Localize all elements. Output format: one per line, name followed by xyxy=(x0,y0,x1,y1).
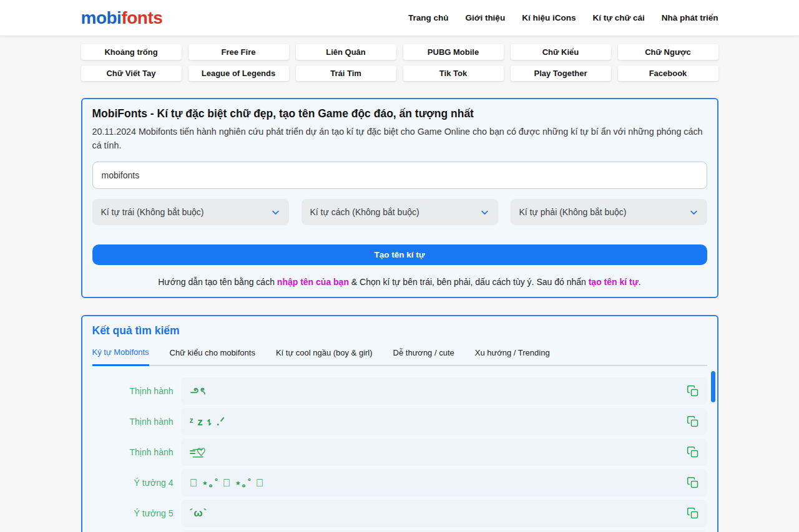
result-row-box[interactable]: ᶻ z 𐰁 .ᐟ xyxy=(181,408,707,435)
result-row-label: Thịnh hành xyxy=(92,447,181,457)
special-characters: =͟͟͞♡ xyxy=(190,446,686,459)
result-row-box[interactable]: ౨ৎ xyxy=(181,377,707,405)
results-list: Thịnh hành ౨ৎ Thịnh hành ᶻ z 𐰁 .ᐟ xyxy=(92,377,707,532)
search-results-panel: Kết quả tìm kiếm Ký tự Mobifonts Chữ kiể… xyxy=(81,315,718,532)
character-dropdowns: Kí tự trái (Không bắt buộc) Kí tự cách (… xyxy=(92,199,707,225)
tab-cool-ngau[interactable]: Kí tự cool ngầu (boy & girl) xyxy=(276,348,373,365)
result-row: Ý tưởng 5 ´ω` xyxy=(92,500,707,527)
result-row-label: Thịnh hành xyxy=(92,386,181,396)
result-row-box[interactable]: ´ω` xyxy=(181,500,707,527)
create-name-button[interactable]: Tạo tên kí tự xyxy=(92,244,707,265)
name-input[interactable] xyxy=(92,162,707,189)
result-row-label: Ý tưởng 5 xyxy=(92,508,181,518)
chevron-down-icon xyxy=(271,208,280,217)
left-character-dropdown[interactable]: Kí tự trái (Không bắt buộc) xyxy=(92,199,289,225)
tag-chu-nguoc[interactable]: Chữ Ngược xyxy=(618,44,718,60)
nav-item-about[interactable]: Giới thiệu xyxy=(466,13,506,22)
name-creator-panel: MobiFonts - Kí tự đặc biệt chữ đẹp, tạo … xyxy=(81,98,718,298)
tag-league-of-legends[interactable]: League of Legends xyxy=(189,65,289,81)
left-character-dropdown-label: Kí tự trái (Không bắt buộc) xyxy=(101,207,204,217)
tag-play-together[interactable]: Play Together xyxy=(511,65,611,81)
result-row: Thịnh hành =͟͟͞♡ xyxy=(92,438,707,466)
nav-item-home[interactable]: Trang chủ xyxy=(408,13,449,22)
instruction-text: Hướng dẫn tạo tên bằng cách nhập tên của… xyxy=(92,277,707,287)
result-row: Thịnh hành ౨ৎ xyxy=(92,377,707,405)
right-character-dropdown[interactable]: Kí tự phải (Không bắt buộc) xyxy=(511,199,707,225)
instruction-highlight-create-name: tạo tên kí tự xyxy=(589,277,639,287)
tab-xu-huong[interactable]: Xu hướng / Trending xyxy=(475,348,550,365)
category-tags: Khoảng trống Free Fire Liên Quân PUBG Mo… xyxy=(81,44,718,81)
tag-chu-kieu[interactable]: Chữ Kiểu xyxy=(511,44,611,60)
top-header: mobifonts Trang chủ Giới thiệu Kí hiệu i… xyxy=(0,0,799,36)
tag-pubg-mobile[interactable]: PUBG Mobile xyxy=(403,44,504,60)
space-character-dropdown[interactable]: Kí tự cách (Không bắt buộc) xyxy=(301,199,498,225)
special-characters: ౨ৎ xyxy=(190,385,686,397)
special-characters: 𓇼 ⋆｡˚ 𓆝 ⋆｡˚ 𓇼 xyxy=(190,476,686,490)
space-character-dropdown-label: Kí tự cách (Không bắt buộc) xyxy=(310,207,419,217)
chevron-down-icon xyxy=(480,208,489,217)
site-logo[interactable]: mobifonts xyxy=(81,9,163,27)
logo-part-red: fonts xyxy=(121,8,162,27)
result-row-label: Thịnh hành xyxy=(92,417,181,427)
intro-description: 20.11.2024 Mobifonts tiến hành nghiên cứ… xyxy=(92,125,707,152)
main-nav: Trang chủ Giới thiệu Kí hiệu iCons Kí tự… xyxy=(408,13,718,22)
instruction-part1: Hướng dẫn tạo tên bằng cách xyxy=(158,277,277,287)
chevron-down-icon xyxy=(689,208,699,217)
copy-icon[interactable] xyxy=(686,476,700,490)
special-characters: ´ω` xyxy=(190,507,686,520)
tag-tik-tok[interactable]: Tik Tok xyxy=(403,65,504,81)
copy-icon[interactable] xyxy=(686,445,700,459)
page-title: MobiFonts - Kí tự đặc biệt chữ đẹp, tạo … xyxy=(92,107,707,120)
logo-part-blue: mobi xyxy=(81,8,122,27)
nav-item-developer[interactable]: Nhà phát triển xyxy=(662,13,718,22)
instruction-part3: . xyxy=(639,277,641,287)
tab-ky-tu-mobifonts[interactable]: Ký tự Mobifonts xyxy=(92,347,149,366)
result-row-box[interactable]: 𓇼 ⋆｡˚ 𓆝 ⋆｡˚ 𓇼 xyxy=(181,469,707,496)
nav-item-letters[interactable]: Kí tự chữ cái xyxy=(592,13,644,22)
tag-facebook[interactable]: Facebook xyxy=(618,65,718,81)
tab-chu-kieu[interactable]: Chữ kiểu cho mobifonts xyxy=(170,348,255,365)
result-row-box[interactable]: =͟͟͞♡ xyxy=(181,438,707,466)
right-character-dropdown-label: Kí tự phải (Không bắt buộc) xyxy=(519,207,627,217)
nav-item-icons[interactable]: Kí hiệu iCons xyxy=(522,13,576,22)
tab-de-thuong[interactable]: Dễ thương / cute xyxy=(393,348,454,365)
result-row: Thịnh hành ᶻ z 𐰁 .ᐟ xyxy=(92,408,707,435)
results-tabs: Ký tự Mobifonts Chữ kiểu cho mobifonts K… xyxy=(92,347,707,366)
tag-free-fire[interactable]: Free Fire xyxy=(189,44,289,60)
tag-lien-quan[interactable]: Liên Quân xyxy=(296,44,396,60)
instruction-highlight-enter-name: nhập tên của bạn xyxy=(277,277,349,287)
scrollbar-thumb[interactable] xyxy=(711,371,715,402)
instruction-part2: & Chọn kí tự bên trái, bên phải, dấu các… xyxy=(349,277,589,287)
tag-trai-tim[interactable]: Trái Tim xyxy=(296,65,396,81)
copy-icon[interactable] xyxy=(686,506,700,520)
copy-icon[interactable] xyxy=(686,384,700,398)
result-row-label: Ý tưởng 4 xyxy=(92,478,181,488)
special-characters: ᶻ z 𐰁 .ᐟ xyxy=(190,415,686,428)
results-title: Kết quả tìm kiếm xyxy=(92,324,707,337)
copy-icon[interactable] xyxy=(686,415,700,428)
tag-chu-viet-tay[interactable]: Chữ Viết Tay xyxy=(81,65,182,81)
result-row: Ý tưởng 4 𓇼 ⋆｡˚ 𓆝 ⋆｡˚ 𓇼 xyxy=(92,469,707,496)
tag-khoang-trong[interactable]: Khoảng trống xyxy=(81,44,182,60)
